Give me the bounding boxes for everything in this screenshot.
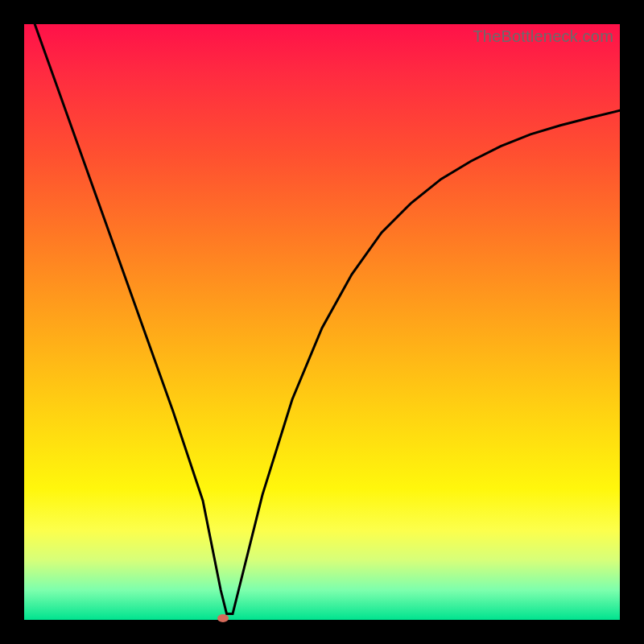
optimal-point-marker xyxy=(217,614,229,622)
chart-frame: TheBottleneck.com xyxy=(0,0,644,644)
plot-area: TheBottleneck.com xyxy=(24,24,620,620)
curve-svg xyxy=(24,24,620,620)
bottleneck-curve xyxy=(24,24,620,614)
